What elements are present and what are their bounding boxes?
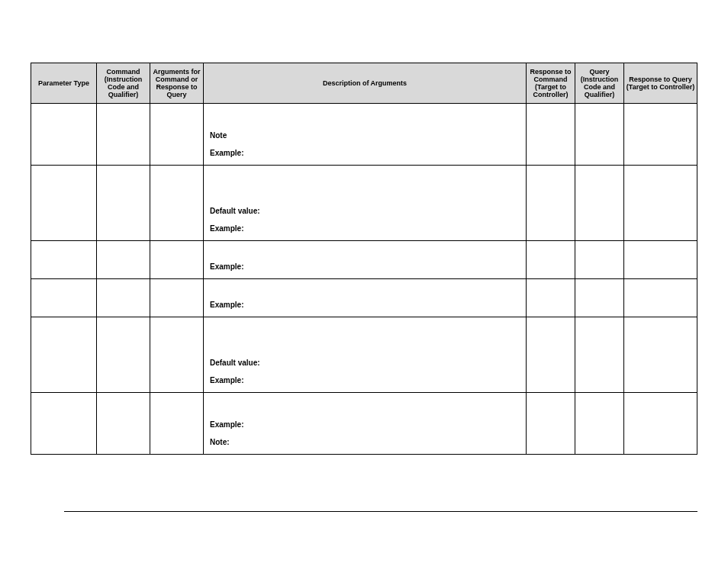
table-cell bbox=[97, 104, 150, 166]
table-cell bbox=[624, 166, 697, 241]
table-row: Default value:Example: bbox=[31, 166, 697, 241]
table-cell bbox=[575, 317, 624, 393]
table-cell bbox=[150, 317, 204, 393]
description-label: Example: bbox=[210, 376, 520, 384]
header-parameter-type: Parameter Type bbox=[31, 63, 97, 104]
header-response-query: Response to Query (Target to Controller) bbox=[624, 63, 697, 104]
description-label: Example: bbox=[210, 149, 520, 157]
table-cell bbox=[150, 241, 204, 279]
description-label: Note bbox=[210, 131, 520, 140]
table-cell bbox=[97, 393, 150, 455]
table-row: Default value:Example: bbox=[31, 317, 697, 393]
table-cell: Default value:Example: bbox=[204, 166, 527, 241]
description-label: Default value: bbox=[210, 359, 520, 367]
table-cell bbox=[97, 279, 150, 317]
table-header-row: Parameter Type Command (Instruction Code… bbox=[31, 63, 697, 104]
table-cell: Example: bbox=[204, 279, 527, 317]
description-label: Default value: bbox=[210, 207, 520, 215]
table-cell bbox=[150, 166, 204, 241]
table-cell bbox=[31, 317, 97, 393]
header-response-command: Response to Command (Target to Controlle… bbox=[527, 63, 575, 104]
table-cell: Default value:Example: bbox=[204, 317, 527, 393]
table-cell: NoteExample: bbox=[204, 104, 527, 166]
table-cell bbox=[150, 104, 204, 166]
table-cell bbox=[527, 104, 575, 166]
table-cell bbox=[527, 393, 575, 455]
table-cell bbox=[97, 241, 150, 279]
table-cell bbox=[624, 279, 697, 317]
table-cell: Example:Note: bbox=[204, 393, 527, 455]
header-command: Command (Instruction Code and Qualifier) bbox=[97, 63, 150, 104]
table-cell bbox=[31, 241, 97, 279]
table-cell bbox=[624, 393, 697, 455]
table-row: Example: bbox=[31, 279, 697, 317]
header-query: Query (Instruction Code and Qualifier) bbox=[575, 63, 624, 104]
description-label: Example: bbox=[210, 224, 520, 233]
table-cell bbox=[31, 166, 97, 241]
table-cell bbox=[575, 104, 624, 166]
table-cell bbox=[575, 166, 624, 241]
table-cell bbox=[97, 317, 150, 393]
table-cell bbox=[97, 166, 150, 241]
description-label: Example: bbox=[210, 262, 520, 271]
table-cell bbox=[31, 279, 97, 317]
table-cell bbox=[575, 393, 624, 455]
footer-rule bbox=[64, 511, 697, 512]
table-cell: Example: bbox=[204, 241, 527, 279]
table-row: Example: bbox=[31, 241, 697, 279]
description-label: Note: bbox=[210, 438, 520, 446]
table-cell bbox=[624, 317, 697, 393]
table-cell bbox=[150, 393, 204, 455]
table-cell bbox=[624, 241, 697, 279]
table-row: Example:Note: bbox=[31, 393, 697, 455]
table-cell bbox=[527, 241, 575, 279]
description-label: Example: bbox=[210, 301, 520, 309]
header-description: Description of Arguments bbox=[204, 63, 527, 104]
table-cell bbox=[527, 317, 575, 393]
table-cell bbox=[31, 104, 97, 166]
header-arguments: Arguments for Command or Response to Que… bbox=[150, 63, 204, 104]
description-label: Example: bbox=[210, 420, 520, 429]
table-row: NoteExample: bbox=[31, 104, 697, 166]
table-cell bbox=[575, 241, 624, 279]
table-cell bbox=[575, 279, 624, 317]
table-cell bbox=[527, 166, 575, 241]
table-cell bbox=[527, 279, 575, 317]
table-cell bbox=[150, 279, 204, 317]
table-cell bbox=[31, 393, 97, 455]
parameter-table: Parameter Type Command (Instruction Code… bbox=[31, 63, 697, 455]
table-cell bbox=[624, 104, 697, 166]
